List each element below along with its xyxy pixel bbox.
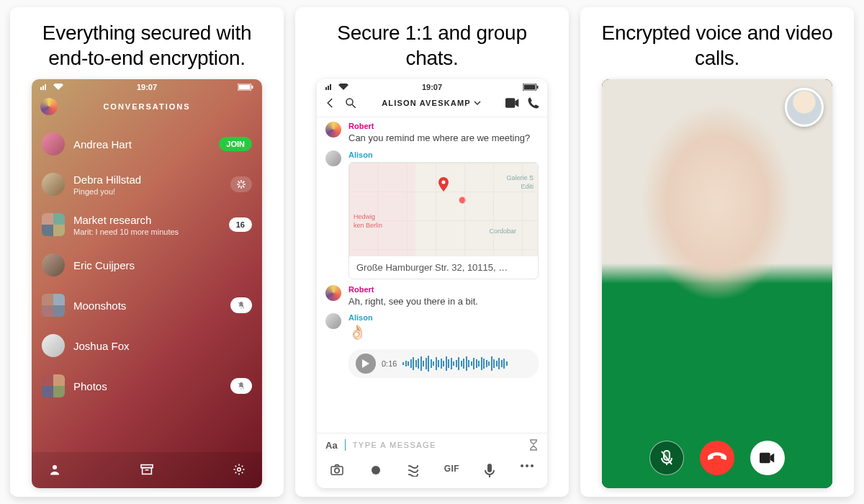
battery-icon bbox=[238, 84, 253, 91]
message-input[interactable]: TYPE A MESSAGE bbox=[353, 441, 521, 449]
avatar bbox=[325, 285, 341, 301]
svg-point-27 bbox=[372, 466, 380, 474]
location-attachment[interactable]: Hedwig ken Berlin Galerie S Editi Cordob… bbox=[348, 162, 539, 279]
svg-rect-34 bbox=[760, 453, 770, 464]
bottom-nav bbox=[32, 452, 262, 488]
svg-rect-1 bbox=[239, 85, 251, 90]
svg-point-17 bbox=[238, 468, 241, 472]
caption-3: Encrypted voice and video calls. bbox=[580, 7, 854, 79]
message-list[interactable]: Robert Can you remind me where are we me… bbox=[317, 117, 547, 433]
battery-icon bbox=[523, 84, 539, 91]
file-icon[interactable] bbox=[408, 464, 419, 478]
sender-name: Robert bbox=[348, 285, 539, 294]
sender-name: Alison bbox=[348, 313, 539, 322]
video-call-main-feed bbox=[602, 79, 832, 488]
svg-point-30 bbox=[526, 464, 528, 467]
video-call-icon[interactable] bbox=[505, 98, 520, 108]
emoji-message: 👌🏻 bbox=[348, 323, 539, 341]
conversation-row[interactable]: Photos bbox=[32, 366, 262, 406]
conversation-subtitle: Pinged you! bbox=[73, 187, 222, 196]
conversation-row[interactable]: Debra Hillstad Pinged you! bbox=[32, 164, 262, 204]
conversation-row[interactable]: Eric Cuijpers bbox=[32, 245, 262, 285]
toggle-camera-button[interactable] bbox=[750, 441, 785, 475]
avatar bbox=[325, 122, 341, 138]
message-text: Ah, right, see you there in a bit. bbox=[348, 295, 539, 308]
back-icon[interactable] bbox=[324, 96, 337, 109]
more-icon[interactable] bbox=[520, 464, 534, 478]
conversation-name: Moonshots bbox=[73, 300, 222, 312]
muted-icon bbox=[230, 297, 252, 313]
voice-call-icon[interactable] bbox=[527, 96, 540, 109]
conversation-name: Eric Cuijpers bbox=[73, 259, 252, 271]
map-preview: Hedwig ken Berlin Galerie S Editi Cordob… bbox=[349, 163, 538, 256]
audio-message[interactable]: 0:16 bbox=[348, 349, 539, 378]
map-address: Große Hamburger Str. 32, 10115, … bbox=[349, 256, 538, 279]
camera-icon[interactable] bbox=[330, 464, 344, 478]
phone-screen-video-call bbox=[602, 79, 832, 488]
conversation-name: Joshua Fox bbox=[73, 340, 252, 352]
avatar bbox=[325, 313, 341, 329]
contacts-icon[interactable] bbox=[48, 462, 62, 477]
audio-duration: 0:16 bbox=[382, 359, 397, 368]
audio-record-icon[interactable] bbox=[485, 464, 495, 478]
chevron-down-icon bbox=[474, 99, 481, 107]
search-icon[interactable] bbox=[344, 96, 357, 109]
join-button[interactable]: JOIN bbox=[219, 137, 252, 151]
avatar bbox=[325, 150, 341, 166]
status-bar: 19:07 bbox=[32, 79, 262, 92]
svg-line-9 bbox=[238, 186, 240, 187]
svg-rect-2 bbox=[252, 86, 253, 89]
sender-name: Robert bbox=[348, 122, 539, 130]
gif-button[interactable]: GIF bbox=[444, 464, 460, 478]
group-avatar bbox=[42, 213, 65, 236]
phone-screen-chat: 19:07 ALISON AVESKAMP bbox=[317, 79, 547, 488]
phone-screen-conversations: 19:07 CONVERSATIONS Andrea Hart JOIN bbox=[32, 79, 262, 488]
attachment-toolbar: GIF bbox=[317, 456, 547, 488]
message-input-row: Aa TYPE A MESSAGE bbox=[317, 433, 547, 456]
group-avatar bbox=[42, 374, 65, 397]
conversation-subtitle: Marit: I need 10 more minutes bbox=[73, 228, 220, 236]
sketch-icon[interactable] bbox=[369, 464, 382, 478]
muted-icon bbox=[230, 378, 252, 394]
message-row: Alison Hedwig ken Berlin Galerie S Editi… bbox=[325, 150, 539, 279]
chat-header: ALISON AVESKAMP bbox=[317, 92, 547, 117]
ephemeral-timer-icon[interactable] bbox=[528, 439, 539, 451]
status-time: 19:07 bbox=[32, 83, 262, 91]
conversation-row[interactable]: Market research Marit: I need 10 more mi… bbox=[32, 204, 262, 245]
svg-point-26 bbox=[335, 468, 339, 472]
signal-wifi-icon bbox=[325, 84, 348, 91]
caption-2: Secure 1:1 and group chats. bbox=[295, 7, 569, 79]
avatar bbox=[42, 173, 65, 196]
play-button-icon[interactable] bbox=[356, 354, 376, 374]
svg-rect-15 bbox=[143, 468, 152, 474]
video-call-remote-pip[interactable] bbox=[785, 88, 824, 127]
svg-rect-20 bbox=[537, 86, 539, 89]
conversation-row[interactable]: Moonshots bbox=[32, 285, 262, 325]
self-avatar[interactable] bbox=[40, 98, 58, 115]
promo-panel-call: Encrypted voice and video calls. bbox=[580, 7, 854, 497]
text-format-button[interactable]: Aa bbox=[325, 440, 338, 451]
ping-spinner-icon bbox=[230, 176, 252, 192]
svg-point-21 bbox=[346, 99, 353, 105]
conversation-list[interactable]: Andrea Hart JOIN Debra Hillstad Pinged y… bbox=[32, 124, 262, 452]
avatar bbox=[42, 253, 65, 276]
mute-button[interactable] bbox=[649, 441, 684, 475]
contact-name-dropdown[interactable]: ALISON AVESKAMP bbox=[382, 99, 481, 107]
archive-icon[interactable] bbox=[140, 462, 154, 477]
hangup-button[interactable] bbox=[700, 441, 734, 475]
settings-gear-icon[interactable] bbox=[232, 462, 246, 477]
map-pin-icon bbox=[437, 177, 450, 194]
svg-line-7 bbox=[238, 181, 240, 183]
svg-line-10 bbox=[243, 181, 244, 183]
call-controls bbox=[602, 441, 832, 475]
conversation-row[interactable]: Andrea Hart JOIN bbox=[32, 124, 262, 164]
svg-point-24 bbox=[442, 180, 446, 184]
svg-rect-28 bbox=[487, 464, 492, 472]
sender-name: Alison bbox=[348, 150, 539, 159]
svg-point-31 bbox=[531, 464, 534, 467]
conversation-name: Debra Hillstad bbox=[73, 174, 222, 186]
conversation-row[interactable]: Joshua Fox bbox=[32, 325, 262, 366]
message-row: Alison 👌🏻 bbox=[325, 313, 539, 341]
caption-1: Everything secured with end-to-end encry… bbox=[10, 7, 284, 79]
conversations-title: CONVERSATIONS bbox=[58, 102, 236, 111]
